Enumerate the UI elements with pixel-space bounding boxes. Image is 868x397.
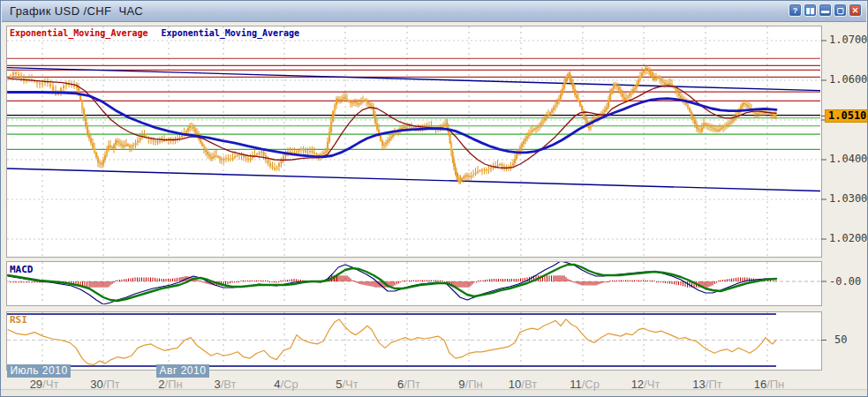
date-axis-label: 5/Чт xyxy=(322,378,372,391)
chart-window: График USD /CHF ЧАС ?▮▮▬▢✕ Exponential_M… xyxy=(0,0,868,397)
date-axis-label: 2/Пн xyxy=(146,378,195,391)
date-axis-label: 29/Чт xyxy=(19,378,69,391)
price-axis-label: 1.0200 xyxy=(829,232,867,244)
current-price-tag: 1.0510 xyxy=(825,109,868,123)
titlebar-buttons: ?▮▮▬▢✕ xyxy=(789,4,862,17)
date-axis-label: 13/Пт xyxy=(683,378,732,391)
macd-panel-label: MACD xyxy=(10,264,34,275)
month-tag-aug: Авг 2010 xyxy=(156,364,209,378)
price-axis-label: 1.0700 xyxy=(829,34,867,46)
titlebar[interactable]: График USD /CHF ЧАС ?▮▮▬▢✕ xyxy=(2,1,866,22)
date-axis-label: 6/Пт xyxy=(384,378,434,391)
date-axis-label: 16/Пн xyxy=(744,378,794,391)
titlebar-button-close[interactable]: ✕ xyxy=(849,4,862,17)
date-axis-label: 30/Пт xyxy=(80,378,130,391)
date-axis-label: 12/Чт xyxy=(621,378,670,391)
macd-axis-value: -0.00 xyxy=(829,275,861,288)
month-tag-july: Июль 2010 xyxy=(7,364,71,378)
legend-ema-fast: Exponential_Moving_Average xyxy=(10,28,148,38)
titlebar-button-maximize[interactable]: ▢ xyxy=(834,4,847,17)
date-axis-label: 3/Вт xyxy=(200,378,250,391)
chart-legend: Exponential_Moving_Average Exponential_M… xyxy=(10,28,307,38)
window-bottom-edge xyxy=(1,389,867,396)
titlebar-button-minimize[interactable]: ▬ xyxy=(819,4,832,17)
legend-ema-slow: Exponential_Moving_Average xyxy=(162,28,300,38)
price-axis-label: 1.0300 xyxy=(829,192,867,205)
price-axis-label: 1.0600 xyxy=(829,73,867,86)
rsi-axis-value: 50 xyxy=(834,333,847,346)
date-axis-label: 10/Вт xyxy=(498,378,547,391)
titlebar-button-pause[interactable]: ▮▮ xyxy=(804,4,817,17)
price-axis-label: 1.0400 xyxy=(829,153,867,165)
date-axis-label: 4/Ср xyxy=(261,378,311,391)
titlebar-button-help[interactable]: ? xyxy=(789,4,802,17)
window-title: График USD /CHF ЧАС xyxy=(10,4,143,18)
date-axis-label: 9/Пн xyxy=(446,378,495,391)
rsi-panel-label: RSI xyxy=(10,314,27,326)
date-axis-label: 11/Ср xyxy=(560,378,609,391)
